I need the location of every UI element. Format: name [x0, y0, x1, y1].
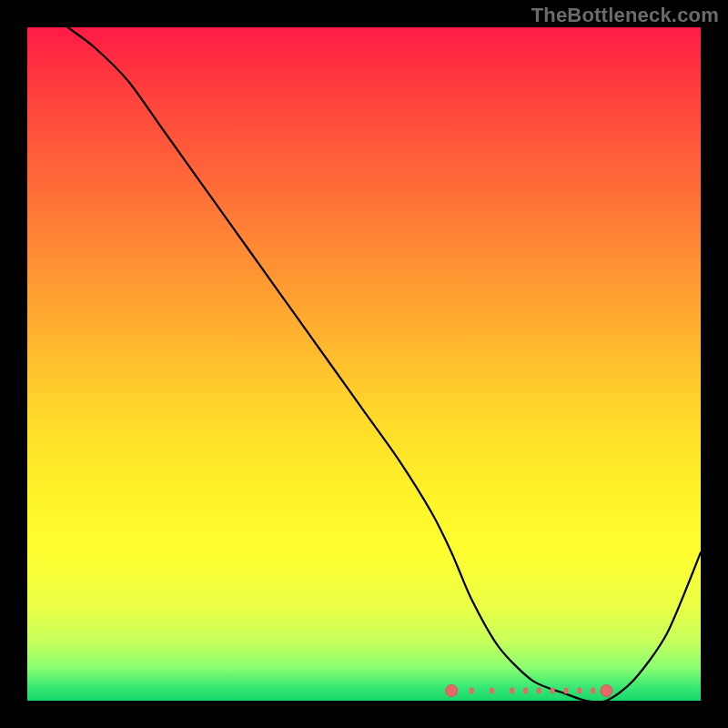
bottleneck-curve — [67, 27, 701, 701]
optimal-dot — [601, 685, 612, 697]
optimal-tick — [564, 688, 569, 694]
optimal-ticks — [470, 688, 595, 694]
chart-container: TheBottleneck.com — [0, 0, 728, 728]
plot-area — [27, 27, 701, 701]
optimal-tick — [577, 688, 581, 694]
watermark-text: TheBottleneck.com — [531, 4, 719, 27]
optimal-tick — [523, 688, 528, 694]
optimal-dot — [446, 685, 458, 697]
optimal-tick — [510, 688, 514, 694]
curve-svg — [27, 27, 701, 701]
optimal-tick — [490, 688, 494, 694]
optimal-tick — [551, 688, 555, 694]
optimal-tick — [470, 688, 474, 694]
optimal-tick — [537, 688, 541, 694]
optimal-tick — [591, 688, 595, 694]
